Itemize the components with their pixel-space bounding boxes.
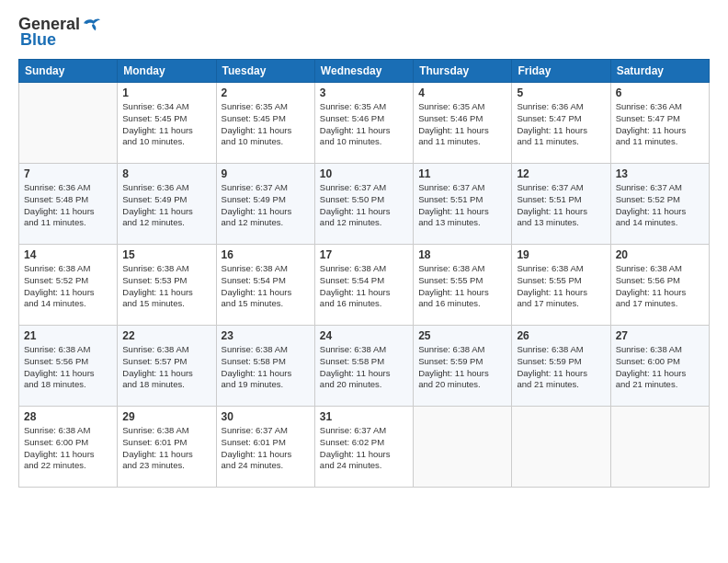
calendar-cell: 11Sunrise: 6:37 AM Sunset: 5:51 PM Dayli… (414, 164, 512, 245)
day-info: Sunrise: 6:38 AM Sunset: 5:56 PM Dayligh… (24, 344, 112, 391)
calendar-cell: 20Sunrise: 6:38 AM Sunset: 5:56 PM Dayli… (610, 245, 709, 326)
calendar-cell: 7Sunrise: 6:36 AM Sunset: 5:48 PM Daylig… (19, 164, 118, 245)
calendar-cell: 3Sunrise: 6:35 AM Sunset: 5:46 PM Daylig… (314, 83, 413, 164)
calendar-cell: 9Sunrise: 6:37 AM Sunset: 5:49 PM Daylig… (216, 164, 314, 245)
calendar-table: SundayMondayTuesdayWednesdayThursdayFrid… (18, 59, 710, 488)
weekday-header-tuesday: Tuesday (216, 60, 314, 83)
day-number: 21 (24, 329, 112, 342)
day-number: 19 (517, 248, 605, 261)
calendar-cell (512, 407, 610, 488)
calendar-cell (19, 83, 118, 164)
day-number: 10 (320, 167, 408, 180)
day-number: 18 (418, 248, 506, 261)
day-info: Sunrise: 6:38 AM Sunset: 5:52 PM Dayligh… (24, 263, 112, 310)
calendar-cell: 8Sunrise: 6:36 AM Sunset: 5:49 PM Daylig… (118, 164, 216, 245)
day-number: 31 (320, 410, 408, 423)
day-number: 2 (222, 86, 310, 99)
day-info: Sunrise: 6:38 AM Sunset: 5:55 PM Dayligh… (517, 263, 605, 310)
day-info: Sunrise: 6:38 AM Sunset: 6:00 PM Dayligh… (24, 425, 112, 472)
weekday-header-sunday: Sunday (19, 60, 118, 83)
weekday-header-thursday: Thursday (414, 60, 512, 83)
header: General Blue (18, 15, 710, 50)
day-info: Sunrise: 6:35 AM Sunset: 5:46 PM Dayligh… (418, 101, 506, 148)
calendar-cell (414, 407, 512, 488)
weekday-header-friday: Friday (512, 60, 610, 83)
day-number: 28 (24, 410, 112, 423)
calendar-cell: 13Sunrise: 6:37 AM Sunset: 5:52 PM Dayli… (610, 164, 709, 245)
calendar-cell: 10Sunrise: 6:37 AM Sunset: 5:50 PM Dayli… (314, 164, 413, 245)
day-info: Sunrise: 6:38 AM Sunset: 5:54 PM Dayligh… (320, 263, 408, 310)
day-info: Sunrise: 6:38 AM Sunset: 6:01 PM Dayligh… (122, 425, 210, 472)
day-info: Sunrise: 6:36 AM Sunset: 5:47 PM Dayligh… (616, 101, 704, 148)
day-info: Sunrise: 6:35 AM Sunset: 5:45 PM Dayligh… (222, 101, 310, 148)
calendar-cell: 30Sunrise: 6:37 AM Sunset: 6:01 PM Dayli… (216, 407, 314, 488)
calendar-cell: 1Sunrise: 6:34 AM Sunset: 5:45 PM Daylig… (118, 83, 216, 164)
calendar-cell: 25Sunrise: 6:38 AM Sunset: 5:59 PM Dayli… (414, 326, 512, 407)
calendar-week-row: 21Sunrise: 6:38 AM Sunset: 5:56 PM Dayli… (19, 326, 710, 407)
calendar-week-row: 14Sunrise: 6:38 AM Sunset: 5:52 PM Dayli… (19, 245, 710, 326)
day-info: Sunrise: 6:36 AM Sunset: 5:48 PM Dayligh… (24, 182, 112, 229)
day-info: Sunrise: 6:38 AM Sunset: 5:59 PM Dayligh… (517, 344, 605, 391)
day-number: 12 (517, 167, 605, 180)
day-info: Sunrise: 6:37 AM Sunset: 5:51 PM Dayligh… (418, 182, 506, 229)
day-number: 26 (517, 329, 605, 342)
day-number: 16 (222, 248, 310, 261)
calendar-cell: 27Sunrise: 6:38 AM Sunset: 6:00 PM Dayli… (610, 326, 709, 407)
day-number: 14 (24, 248, 112, 261)
calendar-week-row: 28Sunrise: 6:38 AM Sunset: 6:00 PM Dayli… (19, 407, 710, 488)
calendar-cell: 12Sunrise: 6:37 AM Sunset: 5:51 PM Dayli… (512, 164, 610, 245)
day-info: Sunrise: 6:37 AM Sunset: 5:49 PM Dayligh… (222, 182, 310, 229)
logo-blue-text: Blue (20, 30, 56, 50)
day-number: 1 (122, 86, 210, 99)
calendar-cell: 21Sunrise: 6:38 AM Sunset: 5:56 PM Dayli… (19, 326, 118, 407)
weekday-header-wednesday: Wednesday (314, 60, 413, 83)
calendar-cell: 29Sunrise: 6:38 AM Sunset: 6:01 PM Dayli… (118, 407, 216, 488)
calendar-cell: 22Sunrise: 6:38 AM Sunset: 5:57 PM Dayli… (118, 326, 216, 407)
calendar-cell: 4Sunrise: 6:35 AM Sunset: 5:46 PM Daylig… (414, 83, 512, 164)
day-number: 6 (616, 86, 704, 99)
weekday-header-row: SundayMondayTuesdayWednesdayThursdayFrid… (19, 60, 710, 83)
day-info: Sunrise: 6:38 AM Sunset: 6:00 PM Dayligh… (616, 344, 704, 391)
logo: General Blue (18, 15, 102, 50)
day-number: 5 (517, 86, 605, 99)
day-info: Sunrise: 6:37 AM Sunset: 5:52 PM Dayligh… (616, 182, 704, 229)
day-number: 4 (418, 86, 506, 99)
calendar-cell: 18Sunrise: 6:38 AM Sunset: 5:55 PM Dayli… (414, 245, 512, 326)
day-number: 7 (24, 167, 112, 180)
day-info: Sunrise: 6:34 AM Sunset: 5:45 PM Dayligh… (122, 101, 210, 148)
day-number: 25 (418, 329, 506, 342)
calendar-cell: 28Sunrise: 6:38 AM Sunset: 6:00 PM Dayli… (19, 407, 118, 488)
calendar-cell: 5Sunrise: 6:36 AM Sunset: 5:47 PM Daylig… (512, 83, 610, 164)
day-number: 23 (222, 329, 310, 342)
day-number: 30 (222, 410, 310, 423)
day-number: 24 (320, 329, 408, 342)
calendar-cell: 26Sunrise: 6:38 AM Sunset: 5:59 PM Dayli… (512, 326, 610, 407)
calendar-cell: 14Sunrise: 6:38 AM Sunset: 5:52 PM Dayli… (19, 245, 118, 326)
day-number: 15 (122, 248, 210, 261)
day-number: 9 (222, 167, 310, 180)
calendar-cell: 6Sunrise: 6:36 AM Sunset: 5:47 PM Daylig… (610, 83, 709, 164)
calendar-cell: 19Sunrise: 6:38 AM Sunset: 5:55 PM Dayli… (512, 245, 610, 326)
day-number: 11 (418, 167, 506, 180)
day-info: Sunrise: 6:38 AM Sunset: 5:53 PM Dayligh… (122, 263, 210, 310)
day-number: 29 (122, 410, 210, 423)
day-info: Sunrise: 6:36 AM Sunset: 5:49 PM Dayligh… (122, 182, 210, 229)
day-number: 27 (616, 329, 704, 342)
day-number: 13 (616, 167, 704, 180)
weekday-header-saturday: Saturday (610, 60, 709, 83)
day-number: 20 (616, 248, 704, 261)
day-info: Sunrise: 6:35 AM Sunset: 5:46 PM Dayligh… (320, 101, 408, 148)
calendar-cell: 31Sunrise: 6:37 AM Sunset: 6:02 PM Dayli… (314, 407, 413, 488)
day-info: Sunrise: 6:38 AM Sunset: 5:56 PM Dayligh… (616, 263, 704, 310)
calendar-week-row: 1Sunrise: 6:34 AM Sunset: 5:45 PM Daylig… (19, 83, 710, 164)
calendar-cell: 17Sunrise: 6:38 AM Sunset: 5:54 PM Dayli… (314, 245, 413, 326)
day-info: Sunrise: 6:37 AM Sunset: 6:02 PM Dayligh… (320, 425, 408, 472)
day-number: 22 (122, 329, 210, 342)
day-info: Sunrise: 6:37 AM Sunset: 5:51 PM Dayligh… (517, 182, 605, 229)
calendar-cell: 16Sunrise: 6:38 AM Sunset: 5:54 PM Dayli… (216, 245, 314, 326)
day-info: Sunrise: 6:38 AM Sunset: 5:57 PM Dayligh… (122, 344, 210, 391)
day-info: Sunrise: 6:37 AM Sunset: 5:50 PM Dayligh… (320, 182, 408, 229)
day-number: 17 (320, 248, 408, 261)
calendar-cell: 15Sunrise: 6:38 AM Sunset: 5:53 PM Dayli… (118, 245, 216, 326)
weekday-header-monday: Monday (118, 60, 216, 83)
